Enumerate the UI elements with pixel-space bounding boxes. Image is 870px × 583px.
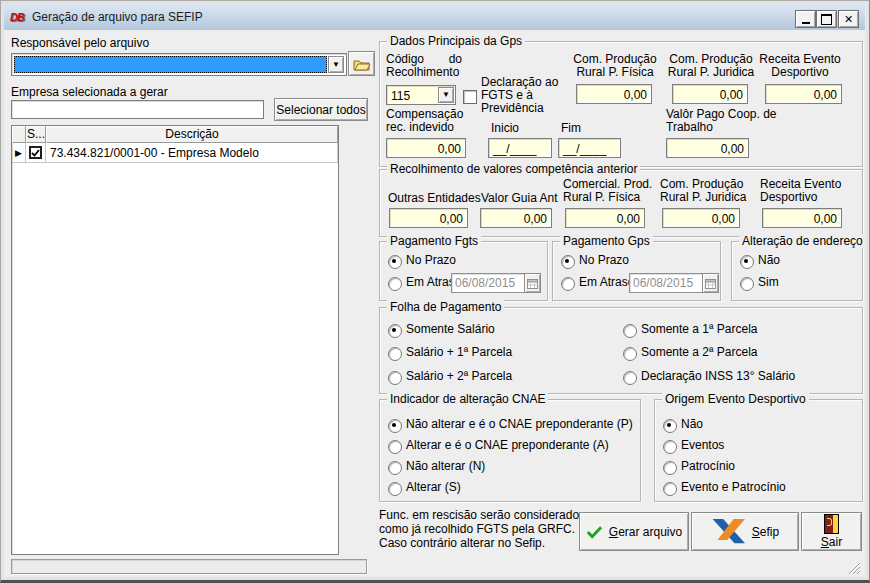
maximize-button[interactable] bbox=[816, 10, 837, 28]
codigo-recolhimento-combobox[interactable]: 115 ▼ bbox=[386, 85, 456, 105]
endereco-sim-radio[interactable] bbox=[740, 277, 754, 291]
calendar-icon bbox=[705, 278, 716, 289]
fgts-no-prazo-radio[interactable] bbox=[388, 255, 402, 269]
outras-entidades-field[interactable]: 0,00 bbox=[389, 208, 468, 228]
group-folha: Folha de Pagamento Somente Salário Salár… bbox=[379, 307, 863, 394]
codigo-recolhimento-label: Código do Recolhimento bbox=[386, 53, 462, 79]
folha-declaracao-inss-label: Declaração INSS 13° Salário bbox=[641, 370, 795, 383]
empresa-label: Empresa selecionada a gerar bbox=[11, 86, 168, 99]
gps-date-field[interactable]: 06/08/2015 bbox=[629, 273, 703, 293]
folha-somente-salario-label: Somente Salário bbox=[406, 323, 495, 336]
origem-evento-patrocinio-radio[interactable] bbox=[663, 482, 677, 496]
table-row[interactable]: ▶ 73.434.821/0001-00 - Empresa Modelo bbox=[12, 143, 338, 163]
cnae-opt3-label: Não alterar (N) bbox=[406, 460, 485, 473]
fgts-calendar-button[interactable] bbox=[524, 273, 541, 293]
gps-em-atraso-label: Em Atraso bbox=[579, 276, 634, 289]
open-file-button[interactable] bbox=[348, 51, 375, 76]
comercial-fisica-field[interactable]: 0,00 bbox=[565, 208, 645, 228]
origem-patrocinio-radio[interactable] bbox=[663, 461, 677, 475]
group-recolhimento-title: Recolhimento de valores competência ante… bbox=[387, 162, 640, 176]
folha-somente-salario-radio[interactable] bbox=[388, 324, 402, 338]
group-alteracao-endereco: Alteração de endereço Não Sim bbox=[731, 241, 863, 301]
row-descricao[interactable]: 73.434.821/0001-00 - Empresa Modelo bbox=[46, 143, 338, 162]
row-checkbox-checked[interactable] bbox=[29, 146, 42, 159]
declaracao-label: Declaração ao FGTS e à Previdência bbox=[481, 76, 573, 115]
sair-label: Sair bbox=[821, 535, 842, 549]
origem-eventos-radio[interactable] bbox=[663, 440, 677, 454]
compensacao-field[interactable]: 0,00 bbox=[386, 138, 466, 158]
com-juridica-field[interactable]: 0,00 bbox=[672, 84, 748, 104]
fim-field[interactable]: __/____ bbox=[558, 138, 621, 158]
valor-guia-label: Valor Guia Ant bbox=[481, 192, 558, 205]
group-recolhimento: Recolhimento de valores competência ante… bbox=[379, 169, 863, 237]
current-row-arrow-icon: ▶ bbox=[15, 148, 22, 158]
row-checkbox-cell[interactable] bbox=[26, 143, 46, 162]
group-cnae-title: Indicador de alteração CNAE bbox=[387, 392, 548, 406]
empresa-input[interactable] bbox=[11, 100, 264, 119]
folder-icon bbox=[353, 57, 371, 71]
endereco-sim-label: Sim bbox=[758, 276, 779, 289]
green-check-icon bbox=[586, 525, 603, 539]
folha-somente-1-radio[interactable] bbox=[623, 324, 637, 338]
gps-em-atraso-radio[interactable] bbox=[561, 277, 575, 291]
receita-label: Receita Evento Desportivo bbox=[752, 53, 848, 79]
gerar-arquivo-button[interactable]: Gerar arquivo bbox=[579, 512, 689, 551]
selecionar-todos-button[interactable]: Selecionar todos bbox=[274, 98, 368, 121]
calendar-icon bbox=[527, 278, 538, 289]
com-juridica-ant-field[interactable]: 0,00 bbox=[662, 208, 740, 228]
receita-ant-field[interactable]: 0,00 bbox=[762, 208, 842, 228]
valor-coop-label: Valôr Pago Coop. de Trabalho bbox=[666, 108, 786, 134]
gps-calendar-button[interactable] bbox=[702, 273, 719, 293]
dialog-window: DB Geração de arquivo para SEFIP ✕ Respo… bbox=[0, 0, 870, 583]
cnae-opt2-radio[interactable] bbox=[388, 440, 402, 454]
codigo-recolhimento-value: 115 bbox=[391, 89, 410, 103]
footer-note-line-1: Func. em rescisão serão considerados bbox=[379, 508, 585, 522]
cnae-opt3-radio[interactable] bbox=[388, 461, 402, 475]
cnae-opt4-radio[interactable] bbox=[388, 482, 402, 496]
origem-eventos-label: Eventos bbox=[681, 439, 724, 452]
maximize-icon bbox=[821, 14, 832, 25]
footer-note-line-2: como já recolhido FGTS pela GRFC. bbox=[379, 522, 575, 536]
chevron-down-icon: ▼ bbox=[442, 91, 450, 99]
folha-salario-2-radio[interactable] bbox=[388, 371, 402, 385]
folha-salario-1-radio[interactable] bbox=[388, 347, 402, 361]
sefip-button[interactable]: Sefip bbox=[691, 512, 799, 551]
codigo-dropdown-button[interactable]: ▼ bbox=[438, 87, 454, 103]
group-alteracao-title: Alteração de endereço bbox=[739, 234, 866, 248]
title-bar[interactable]: DB Geração de arquivo para SEFIP ✕ bbox=[4, 4, 865, 30]
close-button[interactable]: ✕ bbox=[838, 10, 859, 28]
cnae-opt2-label: Alterar e é o CNAE preponderante (A) bbox=[406, 439, 609, 452]
minimize-button[interactable] bbox=[795, 10, 816, 28]
responsavel-combobox[interactable]: ▼ bbox=[11, 53, 347, 76]
responsavel-dropdown-button[interactable]: ▼ bbox=[328, 56, 344, 73]
empresas-grid[interactable]: S... Descrição ▶ 73.434.821/0001-00 - Em… bbox=[11, 125, 339, 555]
fgts-em-atraso-radio[interactable] bbox=[388, 277, 402, 291]
cnae-opt1-label: Não alterar e é o CNAE preponderante (P) bbox=[406, 418, 633, 431]
cnae-opt1-radio[interactable] bbox=[388, 419, 402, 433]
declaracao-checkbox[interactable] bbox=[463, 90, 477, 104]
endereco-nao-radio[interactable] bbox=[740, 255, 754, 269]
receita-field[interactable]: 0,00 bbox=[765, 84, 842, 104]
folha-somente-2-radio[interactable] bbox=[623, 347, 637, 361]
valor-guia-field[interactable]: 0,00 bbox=[480, 208, 552, 228]
resize-grip[interactable] bbox=[847, 561, 861, 575]
sair-button[interactable]: Sair bbox=[801, 512, 862, 551]
folha-declaracao-inss-radio[interactable] bbox=[623, 371, 637, 385]
app-logo-icon: DB bbox=[10, 11, 24, 23]
row-indicator: ▶ bbox=[12, 143, 26, 162]
group-dados-gps-title: Dados Principais da Gps bbox=[387, 34, 525, 48]
responsavel-selection bbox=[14, 56, 327, 73]
valor-coop-field[interactable]: 0,00 bbox=[666, 138, 749, 158]
grid-header-indicator bbox=[12, 126, 26, 143]
comercial-fisica-label: Comercial. Prod. Rural P. Física bbox=[563, 178, 655, 204]
cnae-opt4-label: Alterar (S) bbox=[406, 481, 461, 494]
com-fisica-field[interactable]: 0,00 bbox=[576, 84, 652, 104]
fgts-no-prazo-label: No Prazo bbox=[406, 254, 456, 267]
inicio-field[interactable]: __/____ bbox=[488, 138, 552, 158]
group-origem-title: Origem Evento Desportivo bbox=[662, 392, 809, 406]
group-pagamento-fgts: Pagamento Fgts No Prazo Em Atraso 06/08/… bbox=[379, 241, 548, 301]
group-pagamento-fgts-title: Pagamento Fgts bbox=[387, 234, 481, 248]
fgts-date-field[interactable]: 06/08/2015 bbox=[451, 273, 525, 293]
origem-nao-radio[interactable] bbox=[663, 419, 677, 433]
gps-no-prazo-radio[interactable] bbox=[561, 255, 575, 269]
